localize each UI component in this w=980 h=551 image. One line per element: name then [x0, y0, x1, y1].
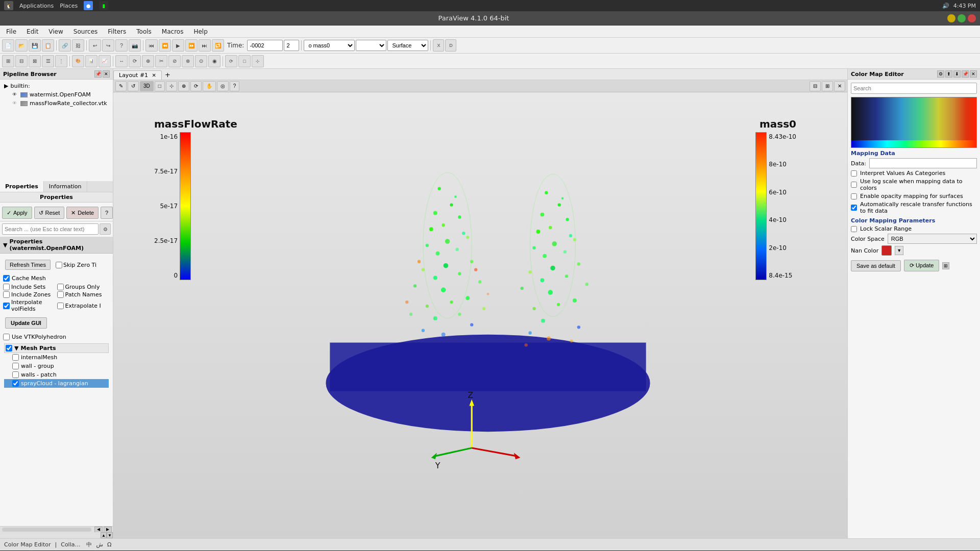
cm-pin-button[interactable]: 📌 [962, 70, 969, 78]
mesh-parts-check[interactable] [6, 345, 12, 352]
mesh-part-wall[interactable]: wall - group [4, 362, 109, 370]
prev-frame-button[interactable]: ⏪ [159, 39, 171, 52]
patch-names-checkbox[interactable] [57, 291, 64, 298]
orient-btn2[interactable]: D [445, 39, 456, 52]
status-colormap[interactable]: Color Map Editor [4, 541, 51, 548]
connect-button[interactable]: 🔗 [59, 39, 71, 52]
manip-btn6[interactable]: ⊗ [182, 55, 194, 67]
walls-patch-check[interactable] [12, 371, 19, 378]
update-button[interactable]: ⟳ Update [904, 260, 940, 271]
cm-export-button[interactable]: ⬇ [953, 70, 961, 78]
apps-label[interactable]: Applications [19, 3, 54, 9]
first-frame-button[interactable]: ⏮ [145, 39, 158, 52]
mesh-part-walls[interactable]: walls - patch [4, 370, 109, 379]
manip-btn5[interactable]: ⊘ [168, 55, 181, 67]
wall-group-check[interactable] [12, 363, 19, 369]
interpolate-checkbox[interactable] [3, 303, 10, 309]
manip-btn2[interactable]: ⟳ [129, 55, 141, 67]
manip-btn7[interactable]: ⊙ [195, 55, 207, 67]
redo-button[interactable]: ↪ [102, 39, 114, 52]
undo-button[interactable]: ↩ [89, 39, 101, 52]
update-gui-button[interactable]: Update GUI [5, 317, 47, 329]
cm-log-scale-check[interactable] [851, 182, 857, 188]
manip-btn4[interactable]: ✂ [155, 55, 167, 67]
pipeline-item-massflow[interactable]: 👁 massFlowRate_collector.vtk [2, 99, 111, 108]
viewport-3d[interactable]: massFlowRate 1e-16 7.5e-17 5e-17 2.5e-17… [113, 92, 847, 538]
cm-nan-dropdown-button[interactable]: ▼ [895, 246, 903, 255]
view-orient-btn[interactable]: ✎ [115, 81, 127, 91]
open-button[interactable]: 📂 [15, 39, 28, 52]
layout-close-view[interactable]: ✕ [834, 81, 845, 91]
status-colla[interactable]: Colla… [61, 541, 80, 548]
delete-button[interactable]: ✕ Delete [66, 207, 99, 219]
view-rotate-btn[interactable]: ⟳ [190, 81, 202, 91]
search-options-button[interactable]: ⚙ [100, 223, 111, 235]
tab-information[interactable]: Information [44, 181, 87, 192]
view-btn-box[interactable]: □ [238, 55, 251, 67]
include-zones-checkbox[interactable] [3, 291, 10, 298]
source-select[interactable]: o mass0 [304, 40, 355, 51]
scroll-up[interactable]: ▲ [101, 532, 107, 538]
cm-data-input[interactable] [869, 158, 977, 168]
close-button[interactable] [968, 14, 976, 22]
minimize-button[interactable] [947, 14, 955, 22]
view-pan-btn[interactable]: ✋ [203, 81, 216, 91]
menu-edit[interactable]: Edit [22, 27, 42, 36]
pipeline-pin-button[interactable]: 📌 [94, 70, 102, 78]
vtk-poly-checkbox[interactable] [3, 334, 10, 340]
maximize-button[interactable] [958, 14, 966, 22]
scroll-left[interactable]: ◀ [94, 527, 103, 533]
apply-button[interactable]: ✓ Apply [2, 207, 32, 219]
save-as-button[interactable]: 📋 [42, 39, 54, 52]
refresh-times-button[interactable]: Refresh Times [5, 260, 51, 270]
orient-btn1[interactable]: X [433, 39, 444, 52]
chrome-icon[interactable]: ● [84, 1, 93, 10]
groups-only-checkbox[interactable] [57, 284, 64, 290]
layout-btn4[interactable]: ☰ [42, 55, 54, 67]
menu-view[interactable]: View [44, 27, 67, 36]
view-3d-btn[interactable]: 3D [140, 81, 154, 91]
mesh-part-internal[interactable]: internalMesh [4, 353, 109, 362]
reset-button[interactable]: ↺ Reset [34, 207, 65, 219]
menu-tools[interactable]: Tools [132, 27, 156, 36]
cm-expand-button[interactable]: ⊞ [942, 262, 949, 269]
layout-btn1[interactable]: ⊞ [2, 55, 14, 67]
menu-help[interactable]: Help [189, 27, 211, 36]
disconnect-button[interactable]: ⛓ [72, 39, 84, 52]
last-frame-button[interactable]: ⏭ [199, 39, 211, 52]
colormap-btn3[interactable]: 📈 [99, 55, 111, 67]
view-zoom-btn[interactable]: ⊕ [178, 81, 189, 91]
cm-interpret-check[interactable] [851, 170, 857, 177]
menu-filters[interactable]: Filters [104, 27, 130, 36]
play-button[interactable]: ▶ [172, 39, 184, 52]
layout-tab-1[interactable]: Layout #1 ✕ [113, 70, 162, 80]
next-frame-button[interactable]: ⏩ [185, 39, 198, 52]
cm-search-input[interactable] [851, 83, 977, 94]
view-pick-btn[interactable]: ⊹ [166, 81, 177, 91]
time-input[interactable] [247, 40, 283, 51]
terminal-icon[interactable]: ▮ [99, 1, 108, 10]
time-step-input[interactable] [284, 40, 299, 51]
loop-button[interactable]: 🔁 [212, 39, 224, 52]
cm-nan-color-swatch[interactable] [881, 245, 892, 256]
layout-btn2[interactable]: ⊟ [15, 55, 28, 67]
apps-icon[interactable]: 🐧 [4, 1, 13, 10]
save-default-button[interactable]: Save as default [851, 260, 901, 271]
cm-auto-rescale-check[interactable] [851, 205, 857, 211]
layout-split-v[interactable]: ⊞ [822, 81, 833, 91]
layout-split-h[interactable]: ⊟ [810, 81, 821, 91]
cm-settings-button[interactable]: ⚙ [937, 70, 944, 78]
tab-properties[interactable]: Properties [0, 181, 44, 192]
display-select[interactable]: Surface [387, 40, 428, 51]
tab-close-icon[interactable]: ✕ [152, 72, 156, 78]
extrapolate-checkbox[interactable] [57, 303, 64, 309]
view-btn-pick[interactable]: ⊹ [252, 55, 264, 67]
pipeline-item-builtin[interactable]: ▶ builtin: [2, 82, 111, 90]
view-select-btn[interactable]: ◎ [217, 81, 229, 91]
skip-zero-checkbox[interactable] [56, 262, 62, 268]
cm-opacity-check[interactable] [851, 193, 857, 199]
help-props-button[interactable]: ? [101, 207, 113, 219]
add-layout-button[interactable]: + [162, 70, 174, 80]
pipeline-close-button[interactable]: ✕ [103, 70, 110, 78]
cache-mesh-checkbox[interactable] [3, 275, 10, 282]
